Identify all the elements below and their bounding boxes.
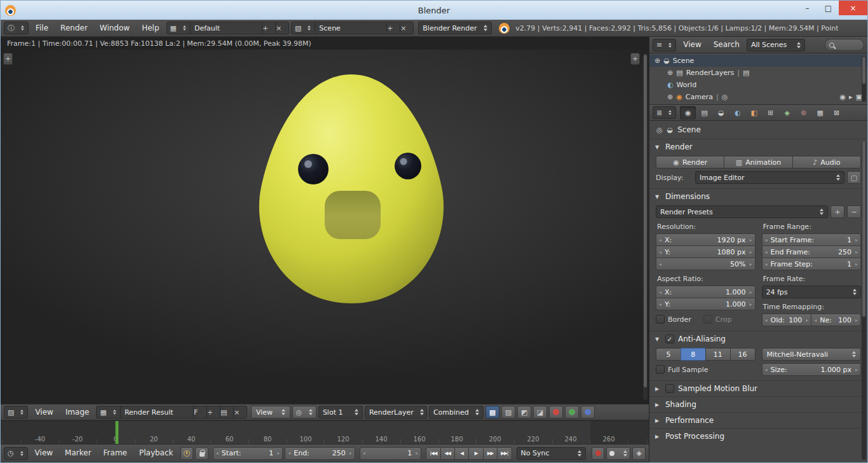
- image-name-field[interactable]: Render Result: [120, 406, 194, 418]
- next-keyframe-button[interactable]: ▶▶: [483, 447, 498, 460]
- start-frame-field[interactable]: Start: 1: [213, 447, 283, 460]
- tab-scene[interactable]: ◒: [713, 106, 729, 120]
- end-frame-field[interactable]: End Frame: 250: [762, 245, 862, 258]
- tab-texture[interactable]: ▦: [812, 106, 828, 120]
- outliner-filter-dropdown[interactable]: All Scenes: [747, 39, 805, 52]
- properties-scrollbar[interactable]: [862, 141, 866, 460]
- aspect-x-field[interactable]: X: 1.000: [656, 286, 756, 298]
- timeline-ruler[interactable]: -40 -20 0 20 40 60 80 100 120 140 160 18…: [1, 420, 649, 444]
- tab-render-layers[interactable]: ▤: [696, 106, 712, 120]
- anti-aliasing-panel-header[interactable]: ▼ Anti-Aliasing: [649, 331, 867, 347]
- dimensions-panel-header[interactable]: ▼ Dimensions: [649, 189, 867, 204]
- aa-size-field[interactable]: Size: 1.000 px: [762, 363, 862, 376]
- pivot-dropdown[interactable]: ◎: [292, 406, 316, 418]
- display-dropdown[interactable]: Image Editor: [695, 171, 844, 184]
- add-scene-button[interactable]: +: [386, 22, 400, 34]
- sampled-motion-blur-checkbox[interactable]: [665, 384, 674, 393]
- remap-new-field[interactable]: Ne: 100: [811, 314, 861, 326]
- blue-channel-button[interactable]: [581, 406, 595, 418]
- menu-view[interactable]: View: [30, 404, 58, 420]
- frame-rate-dropdown[interactable]: 24 fps: [762, 286, 862, 298]
- tab-modifiers[interactable]: ⊞: [763, 106, 778, 120]
- lock-time-cursor-toggle[interactable]: [195, 447, 208, 460]
- tab-world[interactable]: ◐: [729, 106, 745, 120]
- expand-icon[interactable]: ⊕: [667, 93, 673, 101]
- menu-render[interactable]: Render: [55, 20, 93, 36]
- editor-type-selector[interactable]: ≣: [653, 106, 676, 119]
- current-frame-field[interactable]: 1: [360, 447, 421, 460]
- screen-layout-browse-button[interactable]: ▦: [166, 22, 191, 34]
- expand-icon[interactable]: ⊕: [667, 69, 673, 77]
- aa-samples-16-button[interactable]: 16: [730, 348, 756, 361]
- unlink-image-button[interactable]: ×: [233, 406, 247, 418]
- editor-type-selector[interactable]: ▨: [4, 406, 28, 418]
- frame-step-field[interactable]: Frame Step: 1: [762, 258, 862, 270]
- pin-icon[interactable]: ◎: [656, 126, 663, 134]
- aa-samples-11-button[interactable]: 11: [705, 348, 731, 361]
- play-reverse-button[interactable]: ◀: [454, 447, 469, 460]
- shading-header[interactable]: ▶ Shading: [649, 397, 867, 412]
- aa-samples-5-button[interactable]: 5: [656, 348, 681, 361]
- anti-aliasing-checkbox[interactable]: [665, 335, 674, 343]
- render-pass-dropdown[interactable]: Combined: [429, 406, 484, 418]
- menu-help[interactable]: Help: [137, 20, 164, 36]
- jump-to-end-button[interactable]: ▶▶|: [497, 447, 512, 460]
- resolution-percentage-field[interactable]: 50%: [656, 258, 756, 270]
- render-button[interactable]: ◉ Render: [656, 156, 724, 169]
- auto-keyframe-record-button[interactable]: [592, 447, 605, 460]
- toggle-toolshelf-button[interactable]: +: [3, 53, 13, 65]
- expand-icon[interactable]: ⊕: [654, 57, 660, 65]
- close-button[interactable]: ×: [839, 1, 867, 15]
- outliner-item-renderlayers[interactable]: ⊕ ▤ RenderLayers | ▤: [649, 67, 867, 79]
- start-frame-field[interactable]: Start Frame: 1: [762, 233, 862, 246]
- add-layout-button[interactable]: +: [262, 22, 276, 34]
- selectability-icon[interactable]: ▸: [849, 93, 853, 101]
- visibility-eye-icon[interactable]: ◉: [839, 93, 846, 101]
- aspect-y-field[interactable]: Y: 1.000: [656, 298, 756, 310]
- canvas-scrollbar[interactable]: [643, 53, 648, 400]
- previous-keyframe-button[interactable]: ◀◀: [440, 447, 455, 460]
- menu-image[interactable]: Image: [60, 404, 95, 420]
- draw-zdepth-toggle[interactable]: ◩: [517, 406, 531, 418]
- resolution-y-field[interactable]: Y: 1080 px: [656, 245, 756, 258]
- aa-filter-dropdown[interactable]: Mitchell-Netravali: [762, 348, 862, 361]
- draw-rgba-toggle[interactable]: ▩: [485, 406, 499, 418]
- sampled-motion-blur-header[interactable]: ▶ Sampled Motion Blur: [649, 381, 867, 396]
- tab-data[interactable]: ◈: [779, 106, 795, 120]
- tab-physics[interactable]: ⊠: [829, 106, 844, 120]
- jump-to-start-button[interactable]: |◀◀: [426, 447, 440, 460]
- render-presets-dropdown[interactable]: Render Presets: [656, 205, 828, 218]
- tab-object[interactable]: ◧: [746, 106, 762, 120]
- editor-type-selector[interactable]: ⓘ: [4, 22, 29, 34]
- post-processing-header[interactable]: ▶ Post Processing: [649, 429, 867, 444]
- outliner-item-scene[interactable]: ⊕ ◒ Scene: [649, 55, 867, 67]
- menu-playback[interactable]: Playback: [134, 445, 179, 461]
- editor-type-selector[interactable]: ◷: [4, 447, 28, 460]
- border-checkbox[interactable]: [656, 315, 665, 324]
- draw-alpha-toggle[interactable]: ▨: [501, 406, 515, 418]
- animation-button[interactable]: ▥ Animation: [724, 156, 792, 169]
- fake-user-button[interactable]: F: [193, 406, 207, 418]
- outliner-item-camera[interactable]: ⊕ ◉ Camera | ◎ ◉ ▸ ▣: [649, 91, 867, 103]
- sync-mode-dropdown[interactable]: No Sync: [517, 447, 586, 460]
- view-mode-dropdown[interactable]: View: [251, 406, 290, 418]
- image-browse-button[interactable]: ▦: [96, 406, 120, 418]
- scene-name-field[interactable]: Scene: [315, 22, 387, 34]
- play-button[interactable]: ▶: [468, 447, 483, 460]
- dither-toggle[interactable]: ◪: [533, 406, 547, 418]
- current-frame-cursor[interactable]: [116, 421, 118, 444]
- render-layer-dropdown[interactable]: RenderLayer: [365, 406, 427, 418]
- menu-view[interactable]: View: [30, 445, 58, 461]
- render-engine-dropdown[interactable]: Blender Render: [418, 22, 492, 34]
- full-sample-checkbox[interactable]: [656, 365, 665, 374]
- audio-button[interactable]: ♪ Audio: [792, 156, 861, 169]
- screen-layout-name-field[interactable]: Default: [190, 22, 262, 34]
- insert-keyframe-button[interactable]: ◈: [632, 447, 646, 460]
- crop-checkbox[interactable]: [703, 315, 712, 324]
- render-panel-header[interactable]: ▼ Render: [649, 139, 867, 155]
- maximize-button[interactable]: □: [818, 1, 839, 15]
- minimize-button[interactable]: –: [797, 1, 818, 15]
- scrollbar-thumb[interactable]: [862, 141, 865, 317]
- menu-marker[interactable]: Marker: [60, 445, 96, 461]
- menu-file[interactable]: File: [31, 20, 53, 36]
